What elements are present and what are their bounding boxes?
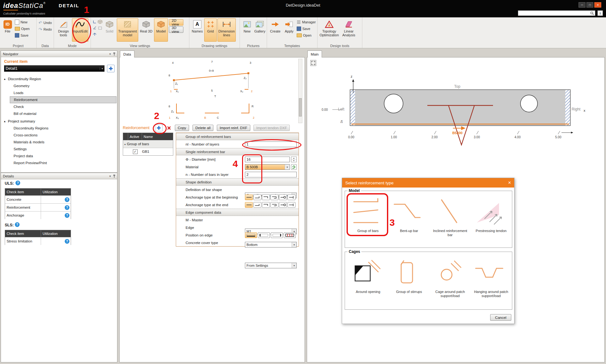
real-3d-button[interactable]: Real 3D (139, 18, 153, 42)
position-bottom-button[interactable] (245, 232, 257, 238)
spinner-down-icon[interactable]: ▼ (291, 159, 296, 162)
sketch-scrollbar[interactable] (298, 59, 302, 123)
concrete-help-icon[interactable]: ? (65, 197, 69, 202)
diameter-input[interactable]: 16 (245, 157, 290, 162)
linear-analysis-button[interactable]: Linear Analysis (340, 18, 358, 42)
search-input[interactable] (518, 11, 590, 15)
details-pin-icon[interactable] (113, 174, 116, 178)
names-button[interactable]: A Names (191, 18, 204, 42)
view-2d-button[interactable]: 2D view (169, 19, 183, 26)
undo-button[interactable]: ↶Undo (38, 19, 54, 26)
template-manager-button[interactable]: Manager (296, 19, 317, 25)
anchorage-hook-up-button[interactable] (253, 202, 261, 208)
active-checkbox[interactable]: ✓ (133, 149, 138, 154)
tree-item-reinforcement[interactable]: Reinforcement (10, 96, 116, 103)
cancel-button[interactable]: Cancel (490, 314, 511, 321)
details-collapse-icon[interactable]: ▾ (109, 175, 111, 178)
cage-group-of-stirrups[interactable]: Group of stirrups (390, 256, 428, 294)
cage-hanging-around-patch[interactable]: Hanging around patch support/load (472, 256, 510, 298)
design-tools-button[interactable]: Design tools (56, 18, 71, 42)
cage-around-opening[interactable]: Around opening (349, 256, 387, 294)
minimize-button[interactable]: ─ (579, 2, 585, 8)
delete-reinforcement-button[interactable] (165, 124, 172, 131)
anchorage-straight-button[interactable] (245, 194, 253, 200)
open-button[interactable]: Open (14, 25, 31, 32)
sls-help-icon[interactable]: ? (15, 222, 20, 227)
tab-main[interactable]: Main (307, 51, 322, 57)
concrete-beam[interactable] (350, 90, 570, 126)
reinf-type-group-of-bars[interactable]: Group of bars (349, 195, 387, 233)
input-edit-button[interactable]: Input/Edit (72, 18, 88, 42)
tree-item-bill-of-material[interactable]: Bill of material (1, 110, 117, 117)
template-create-button[interactable]: Create (268, 18, 282, 42)
sketch-scrollbar-thumb[interactable] (299, 98, 302, 116)
template-apply-button[interactable]: Apply (283, 18, 295, 42)
dimension-lines-button[interactable]: Dimension lines (217, 18, 236, 42)
tree-item-project-summary[interactable]: ▲Project summary (1, 118, 117, 125)
search-icon[interactable] (590, 11, 595, 15)
tab-data[interactable]: Data (120, 51, 134, 57)
maximize-button[interactable]: □ (586, 2, 593, 8)
gallery-button[interactable]: Gallery (253, 18, 266, 42)
edge-combo[interactable]: Bottom ▾ (245, 242, 297, 248)
navigator-pin-icon[interactable] (113, 52, 116, 56)
template-open-button[interactable]: Open (296, 32, 317, 39)
import-reinf-dxf-button[interactable]: Import reinf. DXF (217, 125, 250, 131)
solid-button[interactable]: Solid (103, 18, 116, 42)
position-right-button[interactable] (271, 232, 283, 238)
right-opening[interactable] (520, 95, 538, 112)
copy-button[interactable]: Copy (175, 125, 189, 131)
anchorage-plate-button[interactable] (288, 202, 295, 208)
anchorage-straight-button[interactable] (245, 202, 253, 208)
anchorage-hook-up-button[interactable] (253, 194, 261, 200)
info-button[interactable]: i (597, 10, 603, 16)
add-reinforcement-button[interactable] (155, 124, 163, 131)
tree-item-loads[interactable]: Loads (1, 89, 117, 96)
tree-item-geometry[interactable]: Geometry (1, 82, 117, 89)
stress-limitation-help-icon[interactable]: ? (65, 239, 69, 244)
new-button[interactable]: New (14, 19, 31, 25)
position-custom-button[interactable] (284, 232, 296, 238)
axis-view-1-icon[interactable] (92, 19, 97, 24)
anchorage-help-icon[interactable]: ? (65, 213, 69, 218)
spinner-up-icon[interactable]: ▲ (291, 157, 296, 159)
view-3d-button[interactable]: 3D view (169, 27, 183, 33)
diameter-spinner[interactable]: ▲ ▼ (291, 157, 297, 162)
grid-button[interactable]: Grid (204, 18, 217, 42)
model-button[interactable]: Model (154, 18, 168, 42)
reinf-type-inclined-bar[interactable]: Inclined reinforcement bar (431, 195, 469, 237)
redo-button[interactable]: ↷Redo (38, 26, 54, 33)
dialog-title-bar[interactable]: Select reinforcement type × (342, 178, 514, 188)
position-left-button[interactable] (258, 232, 270, 238)
axis-view-3-icon[interactable] (92, 31, 97, 36)
transparent-model-button[interactable]: Transparent model (117, 18, 138, 42)
group-of-bars-row[interactable]: ▴ Group of bars (123, 140, 173, 148)
picture-new-button[interactable]: New (241, 18, 253, 42)
anchorage-u-hook-button[interactable] (270, 202, 278, 208)
anchorage-hook-down-button[interactable] (262, 194, 270, 200)
tree-item-check[interactable]: Check (1, 103, 117, 110)
reinf-type-prestressing-tendon[interactable]: Prestressing tendon (472, 195, 510, 233)
tree-item-discontinuity-region[interactable]: ▲Discontinuity Region (1, 75, 117, 82)
import-tendon-dxf-button[interactable]: Import tendon DXF (253, 125, 290, 131)
tree-item-cross-sections[interactable]: Cross-sections (1, 132, 117, 139)
reinf-type-bent-up-bar[interactable]: Bent-up bar (390, 195, 428, 233)
anchorage-loop-button[interactable] (279, 202, 287, 208)
tree-item-project-data[interactable]: Project data (1, 152, 117, 159)
anchorage-plate-button[interactable] (288, 194, 295, 200)
close-button[interactable]: × (594, 2, 601, 8)
tree-item-discontinuity-regions[interactable]: Discontinuity Regions (1, 125, 117, 132)
number-of-layers-input[interactable]: 1 (245, 141, 297, 147)
current-item-combo[interactable]: Detail1 ▾ (4, 65, 104, 72)
template-save-button[interactable]: Save (296, 25, 317, 32)
axis-view-2-icon[interactable] (92, 25, 97, 30)
cube-view-icon[interactable] (97, 19, 103, 24)
material-combo[interactable]: B 500B ▾ (245, 164, 290, 170)
navigator-collapse-icon[interactable]: ▾ (109, 52, 111, 56)
left-opening[interactable] (384, 94, 403, 113)
cage-around-patch-support[interactable]: Cage around patch support/load (431, 256, 469, 298)
material-library-button[interactable] (291, 164, 297, 170)
topology-optimization-button[interactable]: Topology Optimization (319, 18, 339, 42)
tree-item-report-preview-print[interactable]: Report Preview/Print (1, 159, 117, 166)
anchorage-hook-down-button[interactable] (262, 202, 270, 208)
